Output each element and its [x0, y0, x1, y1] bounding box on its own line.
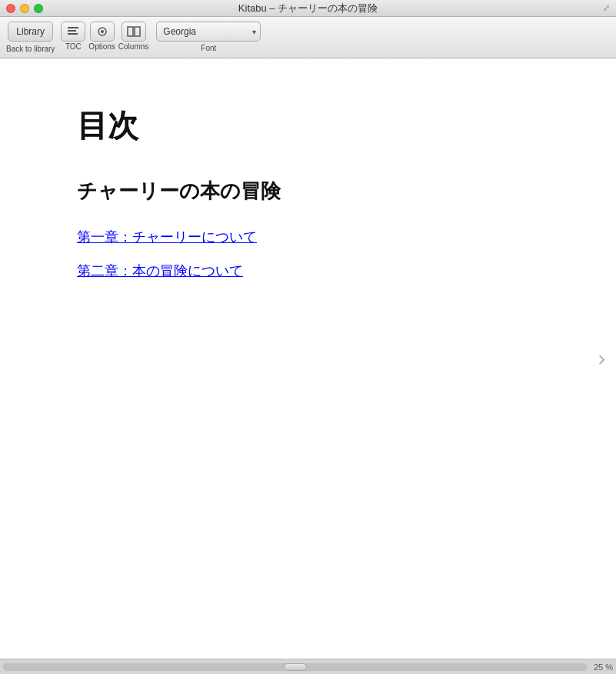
svg-rect-6	[135, 27, 140, 36]
minimize-button[interactable]	[20, 4, 29, 13]
toc-button[interactable]: TOC	[61, 22, 85, 51]
svg-rect-5	[128, 27, 133, 36]
columns-label: Columns	[118, 42, 148, 51]
back-to-library-label: Back to library	[6, 45, 55, 53]
scroll-percent: 25 %	[594, 662, 613, 672]
content-page: 目次 チャーリーの本の冒険 第一章：チャーリーについて 第二章：本の冒険について	[0, 58, 616, 643]
close-button[interactable]	[6, 4, 15, 13]
main-content-area: 目次 チャーリーの本の冒険 第一章：チャーリーについて 第二章：本の冒険について…	[0, 58, 616, 659]
book-title: チャーリーの本の冒険	[77, 178, 554, 205]
font-group: Georgia Helvetica Times New Roman Palati…	[156, 22, 261, 52]
chapter1-link[interactable]: 第一章：チャーリーについて	[77, 228, 554, 246]
svg-point-4	[101, 30, 104, 33]
traffic-lights[interactable]	[6, 4, 43, 13]
library-group: Library Back to library	[6, 22, 55, 53]
options-label: Options	[88, 42, 115, 51]
library-button[interactable]: Library	[8, 22, 53, 42]
next-page-button[interactable]: ›	[598, 346, 605, 371]
chapter2-link[interactable]: 第二章：本の冒険について	[77, 262, 554, 280]
maximize-button[interactable]	[34, 4, 43, 13]
svg-rect-2	[68, 33, 78, 35]
toc-heading: 目次	[77, 105, 554, 147]
scroll-track[interactable]	[3, 663, 588, 671]
font-label: Font	[201, 44, 216, 52]
font-select[interactable]: Georgia Helvetica Times New Roman Palati…	[156, 22, 261, 42]
window-title: Kitabu – チャーリーの本の冒険	[238, 2, 378, 15]
scroll-thumb[interactable]	[284, 663, 307, 671]
options-icon-svg	[95, 26, 109, 37]
columns-group: Columns	[118, 22, 148, 51]
columns-icon	[122, 22, 146, 42]
font-select-wrapper: Georgia Helvetica Times New Roman Palati…	[156, 22, 261, 42]
toc-group: TOC	[61, 22, 85, 51]
svg-rect-0	[68, 27, 78, 28]
scrollbar-area: 25 %	[0, 659, 616, 674]
options-button[interactable]: Options	[88, 22, 115, 51]
options-group: Options	[88, 22, 115, 51]
toc-label: TOC	[65, 42, 82, 51]
title-bar: Kitabu – チャーリーの本の冒険 ⤢	[0, 0, 616, 17]
columns-button[interactable]: Columns	[118, 22, 148, 51]
toc-icon-svg	[67, 26, 79, 37]
svg-rect-1	[68, 30, 76, 32]
toolbar: Library Back to library TOC Op	[0, 17, 616, 58]
columns-icon-svg	[127, 26, 141, 37]
options-icon	[90, 22, 115, 42]
toc-icon	[61, 22, 85, 42]
resize-icon: ⤢	[603, 3, 610, 13]
